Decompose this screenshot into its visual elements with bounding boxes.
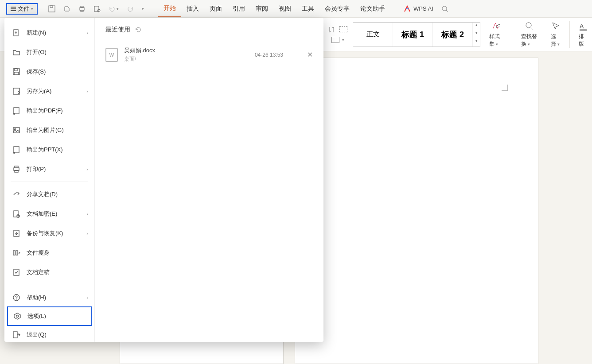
hamburger-icon bbox=[11, 7, 16, 11]
svg-line-8 bbox=[446, 10, 448, 12]
menu-item-label: 另存为(A) bbox=[27, 87, 51, 95]
svg-point-23 bbox=[15, 129, 16, 130]
svg-rect-2 bbox=[80, 8, 84, 10]
tab-视图[interactable]: 视图 bbox=[273, 0, 296, 17]
style-normal[interactable]: 正文 bbox=[353, 23, 393, 46]
tab-开始[interactable]: 开始 bbox=[158, 0, 181, 17]
file-menu-item[interactable]: 分享文档(D) bbox=[4, 185, 94, 204]
tab-页面[interactable]: 页面 bbox=[204, 0, 227, 17]
wps-ai-button[interactable]: WPS AI bbox=[404, 5, 433, 12]
menu-item-label: 输出为PDF(F) bbox=[27, 107, 63, 115]
redo-button[interactable] bbox=[127, 5, 134, 12]
svg-point-35 bbox=[13, 294, 19, 301]
recent-header: 最近使用 bbox=[105, 26, 130, 34]
menu-item-label: 备份与恢复(K) bbox=[27, 229, 63, 237]
svg-point-7 bbox=[442, 6, 447, 11]
tab-插入[interactable]: 插入 bbox=[181, 0, 204, 17]
file-menu-item[interactable]: 另存为(A)› bbox=[4, 81, 94, 101]
svg-rect-26 bbox=[15, 166, 18, 168]
select-button[interactable]: 选择 ▾ bbox=[547, 21, 565, 48]
svg-point-36 bbox=[16, 299, 16, 299]
file-menu-item[interactable]: 文档定稿 bbox=[4, 263, 94, 282]
svg-rect-25 bbox=[14, 168, 19, 170]
chevron-down-icon[interactable]: ▾ bbox=[342, 38, 344, 42]
file-menu-item[interactable]: 退出(Q) bbox=[4, 325, 94, 345]
menu-item-label: 文件瘦身 bbox=[27, 249, 50, 257]
options-icon bbox=[13, 312, 21, 320]
menu-item-label: 打印(P) bbox=[27, 165, 46, 173]
export-icon[interactable] bbox=[63, 5, 70, 12]
style-heading2[interactable]: 标题 2 bbox=[433, 23, 473, 46]
menu-item-label: 文档加密(E) bbox=[27, 210, 57, 218]
file-menu-item[interactable]: 帮助(H)› bbox=[4, 288, 94, 307]
ribbon-tabs: 开始插入页面引用审阅视图工具会员专享论文助手 bbox=[158, 0, 390, 17]
svg-rect-3 bbox=[81, 6, 83, 8]
svg-text:A: A bbox=[580, 23, 584, 30]
chevron-down-icon: ▾ bbox=[31, 7, 33, 11]
typeset-icon: A bbox=[579, 21, 588, 31]
close-icon[interactable]: ✕ bbox=[307, 50, 313, 59]
export-ppt-icon bbox=[12, 146, 20, 154]
svg-rect-18 bbox=[15, 69, 17, 71]
print-icon[interactable] bbox=[78, 5, 86, 12]
svg-rect-28 bbox=[14, 211, 18, 217]
wps-ai-label: WPS AI bbox=[413, 5, 433, 12]
styles-scroll[interactable]: ▴▾▾ bbox=[473, 23, 480, 46]
file-menu-label: 文件 bbox=[18, 5, 29, 13]
share-icon bbox=[12, 190, 20, 198]
file-menu-item[interactable]: 备份与恢复(K)› bbox=[4, 224, 94, 243]
chevron-right-icon: › bbox=[86, 211, 88, 217]
tab-审阅[interactable]: 审阅 bbox=[250, 0, 273, 17]
undo-button[interactable]: ▾ bbox=[109, 5, 119, 12]
file-menu-item[interactable]: 保存(S) bbox=[4, 62, 94, 81]
file-menu-list: 新建(N)›打开(O)保存(S)另存为(A)›输出为PDF(F)输出为图片(G)… bbox=[4, 18, 95, 342]
refresh-icon[interactable] bbox=[135, 26, 142, 33]
menu-separator bbox=[11, 182, 88, 182]
export-image-icon bbox=[12, 126, 20, 134]
file-menu-item[interactable]: 新建(N)› bbox=[4, 23, 94, 43]
tab-会员专享[interactable]: 会员专享 bbox=[319, 0, 355, 17]
recent-file-name: 吴娟娟.docx bbox=[124, 46, 249, 54]
style-set-icon bbox=[491, 21, 501, 31]
svg-rect-27 bbox=[15, 170, 18, 172]
save-icon[interactable] bbox=[48, 5, 55, 12]
file-menu-item[interactable]: 打开(O) bbox=[4, 43, 94, 62]
tab-引用[interactable]: 引用 bbox=[227, 0, 250, 17]
menu-item-label: 新建(N) bbox=[27, 29, 46, 37]
open-folder-icon bbox=[12, 48, 20, 56]
svg-rect-4 bbox=[81, 10, 83, 12]
tab-论文助手[interactable]: 论文助手 bbox=[355, 0, 390, 17]
file-menu-item[interactable]: 输出为图片(G) bbox=[4, 120, 94, 140]
top-toolbar: 文件 ▾ ▾ ▾ 开始插入页面引用审阅视图工具会员专享论文助手 WPS AI bbox=[0, 0, 592, 18]
customize-quick-access-dropdown[interactable]: ▾ bbox=[142, 7, 144, 11]
style-set-button[interactable]: 样式集 ▾ bbox=[486, 21, 506, 48]
find-replace-button[interactable]: 查找替换 ▾ bbox=[518, 21, 542, 48]
sort-icon[interactable] bbox=[328, 26, 335, 33]
menu-item-label: 打开(O) bbox=[27, 48, 47, 56]
paragraph-marks-icon[interactable] bbox=[339, 26, 347, 32]
file-menu-item[interactable]: 选项(L) bbox=[7, 306, 92, 326]
file-menu-item[interactable]: 输出为PDF(F) bbox=[4, 101, 94, 120]
tab-工具[interactable]: 工具 bbox=[296, 0, 319, 17]
file-menu-item[interactable]: 文档加密(E)› bbox=[4, 204, 94, 224]
file-menu-dropdown: 新建(N)›打开(O)保存(S)另存为(A)›输出为PDF(F)输出为图片(G)… bbox=[4, 18, 323, 342]
borders-icon[interactable] bbox=[331, 37, 339, 43]
print-preview-icon[interactable] bbox=[93, 5, 101, 12]
file-menu-button[interactable]: 文件 ▾ bbox=[6, 3, 38, 15]
cursor-icon bbox=[551, 21, 561, 31]
chevron-down-icon[interactable]: ▾ bbox=[117, 7, 119, 11]
document-page[interactable] bbox=[295, 58, 538, 364]
styles-gallery[interactable]: 正文 标题 1 标题 2 ▴▾▾ bbox=[353, 22, 480, 47]
recent-file-item[interactable]: W 吴娟娟.docx 桌面/ 04-26 13:53 ✕ bbox=[105, 40, 313, 69]
search-icon[interactable] bbox=[441, 5, 448, 12]
file-menu-item[interactable]: 输出为PPT(X) bbox=[4, 140, 94, 159]
file-menu-item[interactable]: 文件瘦身 bbox=[4, 243, 94, 263]
recent-file-time: 04-26 13:53 bbox=[255, 52, 283, 58]
typeset-button[interactable]: A 排版 bbox=[575, 21, 592, 48]
file-menu-item[interactable]: 打印(P)› bbox=[4, 159, 94, 179]
style-heading1[interactable]: 标题 1 bbox=[393, 23, 433, 46]
svg-rect-22 bbox=[13, 128, 19, 133]
menu-item-label: 帮助(H) bbox=[27, 294, 46, 302]
svg-line-10 bbox=[531, 27, 534, 30]
svg-rect-1 bbox=[50, 6, 53, 8]
